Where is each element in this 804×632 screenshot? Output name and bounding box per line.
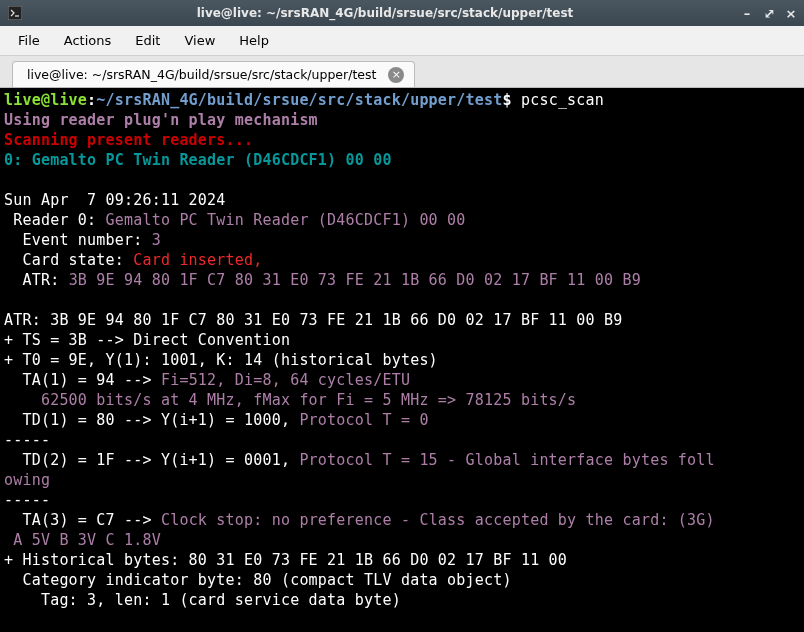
out-ta3-b: Clock stop: no preference - Class accept…: [161, 511, 715, 529]
out-ta3-c: A 5V B 3V C 1.8V: [4, 531, 161, 549]
out-ta1-c: 62500 bits/s at 4 MHz, fMax for Fi = 5 M…: [4, 391, 576, 409]
out-reader-value: Gemalto PC Twin Reader (D46CDCF1) 00 00: [106, 211, 466, 229]
out-atr2: ATR: 3B 9E 94 80 1F C7 80 31 E0 73 FE 21…: [4, 311, 622, 329]
out-td2-a: TD(2) = 1F --> Y(i+1) = 0001,: [4, 451, 299, 469]
out-blank: [4, 171, 13, 189]
out-dash: -----: [4, 431, 50, 449]
out-cardstate-value: Card inserted,: [133, 251, 271, 269]
out-td1-a: TD(1) = 80 --> Y(i+1) = 1000,: [4, 411, 299, 429]
out-atr-value: 3B 9E 94 80 1F C7 80 31 E0 73 FE 21 1B 6…: [69, 271, 641, 289]
out-ts-line: + TS = 3B --> Direct Convention: [4, 331, 290, 349]
out-line: Using reader plug'n play mechanism: [4, 111, 318, 129]
menu-actions[interactable]: Actions: [52, 29, 124, 52]
out-ta3-a: TA(3) = C7 -->: [4, 511, 161, 529]
window-titlebar: live@live: ~/srsRAN_4G/build/srsue/src/s…: [0, 0, 804, 26]
out-ta1-b: Fi=512, Di=8, 64 cycles/ETU: [161, 371, 410, 389]
out-tag: Tag: 3, len: 1 (card service data byte): [4, 591, 401, 609]
maximize-button[interactable]: ⤢: [762, 6, 776, 20]
out-td2-b: Protocol T = 15 - Global interface bytes…: [299, 451, 714, 469]
menubar: File Actions Edit View Help: [0, 26, 804, 56]
close-window-button[interactable]: ×: [784, 6, 798, 20]
out-dash2: -----: [4, 491, 50, 509]
out-td2-c: owing: [4, 471, 50, 489]
out-blank: [4, 291, 13, 309]
app-icon: [6, 4, 24, 22]
terminal-output[interactable]: live@live:~/srsRAN_4G/build/srsue/src/st…: [0, 88, 804, 632]
out-reader-label: Reader 0:: [4, 211, 106, 229]
menu-help[interactable]: Help: [227, 29, 281, 52]
out-cardstate-label: Card state:: [4, 251, 133, 269]
prompt-path: /srsRAN_4G/build/srsue/src/stack/upper/t…: [106, 91, 503, 109]
window-title: live@live: ~/srsRAN_4G/build/srsue/src/s…: [30, 6, 740, 20]
prompt-dollar: $: [502, 91, 520, 109]
svg-rect-0: [8, 6, 22, 20]
prompt-colon: :: [87, 91, 96, 109]
out-t0: + T0 = 9E, Y(1): 1001, K: 14 (historical…: [4, 351, 438, 369]
out-line: Scanning present readers...: [4, 131, 253, 149]
tab-close-icon[interactable]: ×: [388, 67, 404, 83]
menu-edit[interactable]: Edit: [123, 29, 172, 52]
out-timestamp: Sun Apr 7 09:26:11 2024: [4, 191, 226, 209]
out-ta1-a: TA(1) = 94 -->: [4, 371, 161, 389]
out-line: 0: Gemalto PC Twin Reader (D46CDCF1) 00 …: [4, 151, 392, 169]
minimize-button[interactable]: –: [740, 6, 754, 20]
out-event-label: Event number:: [4, 231, 152, 249]
prompt-command: pcsc_scan: [521, 91, 604, 109]
prompt-userhost: live@live: [4, 91, 87, 109]
menu-file[interactable]: File: [6, 29, 52, 52]
tab-label: live@live: ~/srsRAN_4G/build/srsue/src/s…: [27, 67, 376, 82]
out-event-value: 3: [152, 231, 161, 249]
tab-bar: live@live: ~/srsRAN_4G/build/srsue/src/s…: [0, 56, 804, 88]
out-atr-label: ATR:: [4, 271, 69, 289]
out-td1-b: Protocol T = 0: [299, 411, 428, 429]
terminal-tab[interactable]: live@live: ~/srsRAN_4G/build/srsue/src/s…: [12, 61, 415, 87]
out-cat: Category indicator byte: 80 (compact TLV…: [4, 571, 512, 589]
out-hist: + Historical bytes: 80 31 E0 73 FE 21 1B…: [4, 551, 567, 569]
prompt-tilde: ~: [96, 91, 105, 109]
menu-view[interactable]: View: [172, 29, 227, 52]
